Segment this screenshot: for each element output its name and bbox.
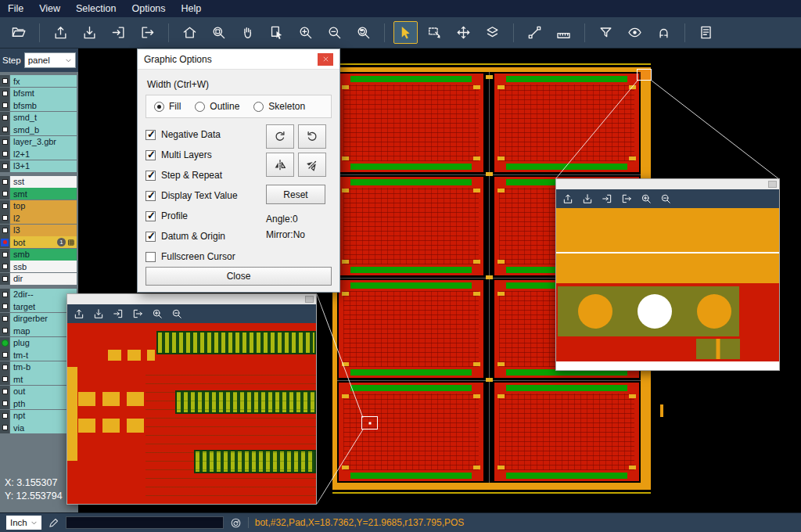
circle-arrow-icon[interactable] (230, 517, 242, 529)
layer-name-dir[interactable]: dir (10, 273, 77, 285)
mirror-diagonal-button[interactable] (298, 153, 326, 177)
menu-view[interactable]: View (31, 0, 68, 17)
close-button[interactable]: Close (145, 267, 332, 286)
layer-name-l3+1[interactable]: l3+1 (10, 160, 77, 172)
export-up-button[interactable] (70, 306, 88, 322)
layer-name-smd_t[interactable]: smd_t (10, 112, 77, 124)
eye-button[interactable] (623, 21, 647, 44)
fill-mode-fill[interactable]: Fill (154, 101, 181, 112)
export-up-button[interactable] (559, 191, 577, 207)
layer-name-fx[interactable]: fx (10, 75, 77, 87)
layer-checkbox[interactable] (0, 300, 10, 312)
page-cursor-button[interactable] (264, 21, 289, 44)
layer-name-ssb[interactable]: ssb (10, 261, 77, 272)
menu-options[interactable]: Options (124, 0, 173, 17)
layer-name-l2+1[interactable]: l2+1 (10, 148, 77, 160)
home-button[interactable] (178, 21, 202, 44)
ruler-button[interactable] (551, 21, 576, 44)
rect-select-button[interactable] (422, 21, 447, 44)
export-up-button[interactable] (48, 21, 73, 44)
pcb-board[interactable] (494, 383, 639, 481)
layer-checkbox[interactable] (0, 289, 10, 300)
transform-button[interactable] (451, 21, 476, 44)
zoom-out-button[interactable] (322, 21, 347, 44)
layer-checkbox[interactable] (0, 261, 10, 272)
net-highlight-button[interactable] (652, 21, 676, 44)
layer-name-layer_3.gbr[interactable]: layer_3.gbr (10, 136, 77, 148)
layer-checkbox[interactable] (0, 124, 10, 135)
zoom-select-button[interactable] (207, 21, 231, 44)
filter-button[interactable] (594, 21, 618, 44)
pcb-board[interactable] (339, 280, 483, 379)
option-fullscreen-cursor[interactable]: Fullscreen Cursor (145, 246, 263, 267)
sign-out-button[interactable] (135, 21, 160, 44)
sign-in-button[interactable] (106, 21, 131, 44)
report-button[interactable] (694, 21, 718, 44)
layer-checkbox[interactable] (0, 422, 10, 433)
zoom-in-button[interactable] (149, 306, 166, 322)
fill-mode-skeleton[interactable]: Skeleton (253, 101, 305, 112)
layer-checkbox[interactable] (0, 88, 10, 99)
layer-checkbox[interactable] (0, 176, 10, 188)
window-button[interactable] (768, 181, 777, 188)
pan-hand-button[interactable] (235, 21, 260, 44)
layer-checkbox[interactable] (0, 148, 10, 160)
dialog-close-button[interactable] (318, 53, 333, 66)
pcb-board[interactable] (494, 74, 639, 172)
sign-in-button[interactable] (110, 306, 127, 322)
layer-checkbox[interactable] (0, 212, 10, 224)
zoom-out-button[interactable] (168, 306, 185, 322)
zoom-in-button[interactable] (293, 21, 318, 44)
pcb-board[interactable] (339, 74, 483, 172)
menu-file[interactable]: File (0, 0, 31, 17)
magnifier-view[interactable] (556, 208, 779, 370)
layer-checkbox[interactable] (0, 349, 10, 361)
option-datum-origin[interactable]: Datum & Origin (145, 226, 263, 246)
layer-checkbox[interactable] (0, 112, 10, 124)
layer-name-bfsmt[interactable]: bfsmt (10, 88, 77, 99)
open-folder-button[interactable] (6, 21, 31, 44)
sign-out-button[interactable] (129, 306, 146, 322)
pcb-board[interactable] (339, 383, 483, 481)
layer-name-sst[interactable]: sst (10, 176, 77, 188)
menu-help[interactable]: Help (174, 0, 210, 17)
magnifier-view[interactable] (67, 323, 316, 504)
layers-button[interactable] (480, 21, 505, 44)
zoom-out-button[interactable] (657, 191, 674, 207)
rotate-cw-button[interactable] (266, 124, 294, 149)
layer-name-bot[interactable]: bot1 (10, 236, 77, 248)
layer-name-l3[interactable]: l3 (10, 225, 77, 236)
layer-checkbox[interactable] (0, 386, 10, 397)
layer-name-smd_b[interactable]: smd_b (10, 124, 77, 135)
magnifier-titlebar[interactable] (556, 179, 779, 189)
layer-name-smt[interactable]: smt (10, 188, 77, 200)
import-down-button[interactable] (77, 21, 102, 44)
layer-name-smb[interactable]: smb (10, 249, 77, 261)
layer-name-l2[interactable]: l2 (10, 212, 77, 224)
layer-visible-marker[interactable] (0, 337, 10, 349)
sign-out-button[interactable] (618, 191, 635, 207)
layer-active-marker[interactable] (0, 236, 10, 248)
rotate-ccw-button[interactable] (298, 124, 326, 149)
option-multi-layers[interactable]: Multi Layers (145, 145, 263, 165)
window-button[interactable] (305, 296, 314, 303)
import-down-button[interactable] (579, 191, 596, 207)
cursor-button[interactable] (393, 21, 418, 44)
layer-checkbox[interactable] (0, 249, 10, 261)
import-down-button[interactable] (90, 306, 107, 322)
option-profile[interactable]: Profile (145, 206, 263, 226)
step-select[interactable]: panel (24, 52, 76, 68)
layer-checkbox[interactable] (0, 136, 10, 148)
layer-checkbox[interactable] (0, 373, 10, 385)
option-display-text-value[interactable]: Display Text Value (145, 185, 263, 206)
layer-checkbox[interactable] (0, 410, 10, 422)
mirror-horizontal-button[interactable] (266, 153, 294, 177)
layer-checkbox[interactable] (0, 160, 10, 172)
option-negative-data[interactable]: Negative Data (145, 124, 263, 145)
layer-checkbox[interactable] (0, 313, 10, 325)
layer-checkbox[interactable] (0, 361, 10, 373)
layer-checkbox[interactable] (0, 200, 10, 212)
reset-button[interactable]: Reset (266, 185, 325, 204)
layer-checkbox[interactable] (0, 225, 10, 236)
unit-select[interactable]: Inch (6, 516, 41, 530)
